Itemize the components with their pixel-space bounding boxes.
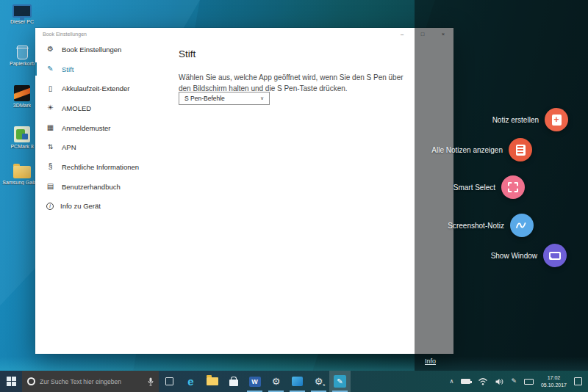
chevron-down-icon: ∨ bbox=[260, 95, 264, 101]
recycle-bin-icon bbox=[17, 46, 28, 59]
pen-icon: ✎ bbox=[46, 65, 55, 73]
smart-select-button[interactable] bbox=[501, 175, 525, 199]
air-command-item: Screenshot-Notiz bbox=[448, 214, 534, 237]
notiz-erstellen-button[interactable]: + bbox=[545, 108, 568, 131]
volume-icon[interactable] bbox=[495, 378, 503, 385]
scribble-icon bbox=[515, 220, 528, 231]
computer-icon bbox=[12, 4, 32, 18]
sidebar-item-amoled[interactable]: ☀ AMOLED bbox=[35, 98, 175, 118]
task-view-button[interactable] bbox=[159, 371, 180, 392]
info-icon: i bbox=[46, 203, 54, 210]
task-view-icon bbox=[165, 377, 173, 385]
cortana-icon bbox=[27, 377, 35, 385]
tray-pen-icon[interactable]: ✎ bbox=[511, 378, 517, 385]
info-link[interactable]: Info bbox=[425, 357, 436, 365]
edge-icon: e bbox=[187, 376, 193, 387]
taskbar-settings[interactable]: ⚙ bbox=[265, 371, 287, 392]
air-command-item: Show Window bbox=[491, 244, 567, 267]
search-input[interactable] bbox=[40, 378, 143, 385]
smart-select-icon bbox=[508, 182, 518, 192]
taskbar-file-explorer[interactable] bbox=[201, 371, 223, 392]
desktop-icon-label: Papierkorb bbox=[10, 61, 35, 66]
system-tray: ∧ ✎ 17:02 05.10.2017 bbox=[450, 371, 588, 392]
clock-date: 05.10.2017 bbox=[541, 382, 567, 388]
sidebar-item-benutzerhandbuch[interactable]: ▤ Benutzerhandbuch bbox=[35, 177, 175, 197]
clock-time: 17:02 bbox=[541, 374, 567, 381]
desktop-icon-label: 3DMark bbox=[13, 103, 32, 108]
battery-icon: ▯ bbox=[46, 85, 55, 92]
window-titlebar: Book Einstellungen – □ × bbox=[35, 28, 453, 40]
sidebar-item-info-zu-geraet[interactable]: i Info zu Gerät bbox=[35, 197, 175, 217]
settings-sidebar: ⚙ Book Einstellungen ✎ Stift ▯ Akkulaufz… bbox=[35, 40, 175, 354]
book-einstellungen-window: Book Einstellungen – □ × ⚙ Book Einstell… bbox=[35, 28, 453, 354]
arrows-updown-icon: ⇅ bbox=[46, 144, 55, 150]
minimize-button[interactable]: – bbox=[392, 28, 412, 40]
samsung-app-icon bbox=[292, 377, 303, 386]
file-explorer-icon bbox=[207, 377, 218, 385]
settings-content: Stift Wählen Sie aus, welche App geöffne… bbox=[179, 40, 453, 354]
taskbar-samsung-app[interactable] bbox=[287, 371, 308, 392]
screenshot-notiz-button[interactable] bbox=[510, 214, 534, 237]
microphone-icon[interactable] bbox=[148, 377, 154, 386]
touch-keyboard-icon[interactable] bbox=[524, 379, 534, 385]
alle-notizen-anzeigen-button[interactable] bbox=[509, 138, 532, 161]
taskbar-search[interactable] bbox=[22, 371, 159, 392]
note-list-icon bbox=[516, 145, 526, 156]
samsung-settings-gear-icon: ⚙s bbox=[315, 377, 323, 386]
start-button[interactable] bbox=[0, 371, 22, 392]
wifi-icon[interactable] bbox=[478, 377, 488, 385]
sidebar-item-anmeldemuster[interactable]: ▦ Anmeldemuster bbox=[35, 118, 175, 138]
store-icon bbox=[229, 380, 238, 386]
manual-icon: ▤ bbox=[46, 183, 55, 190]
note-plus-icon: + bbox=[552, 115, 562, 126]
taskbar-samsung-settings[interactable]: ⚙s bbox=[308, 371, 329, 392]
show-window-button[interactable] bbox=[543, 244, 567, 267]
desktop-icon-label: PCMark 8 bbox=[10, 144, 33, 149]
sidebar-item-rechtliche-informationen[interactable]: § Rechtliche Informationen bbox=[35, 157, 175, 177]
desktop-wallpaper: Dieser PC Papierkorb 3DMark PCMark 8 Sam… bbox=[0, 0, 588, 392]
taskbar-word[interactable]: W bbox=[244, 371, 265, 392]
sidebar-item-book-einstellungen[interactable]: ⚙ Book Einstellungen bbox=[35, 40, 175, 59]
display-icon: ☀ bbox=[46, 104, 55, 112]
monitor-icon bbox=[549, 252, 561, 260]
spen-icon: ✎ bbox=[334, 375, 346, 388]
word-icon: W bbox=[249, 377, 261, 387]
tray-chevron-up-icon[interactable]: ∧ bbox=[450, 379, 454, 385]
spen-app-dropdown[interactable]: S Pen-Befehle ∨ bbox=[179, 92, 270, 105]
dropdown-value: S Pen-Befehle bbox=[184, 95, 225, 102]
pen-setting-description: Wählen Sie aus, welche App geöffnet wird… bbox=[179, 72, 411, 94]
air-command-item: Notiz erstellen + bbox=[492, 108, 568, 131]
sidebar-item-akkulaufzeit-extender[interactable]: ▯ Akkulaufzeit-Extender bbox=[35, 79, 175, 98]
sidebar-item-stift[interactable]: ✎ Stift bbox=[35, 59, 175, 79]
desktop-icon-dieser-pc[interactable]: Dieser PC bbox=[1, 4, 43, 24]
3dmark-icon bbox=[14, 85, 30, 101]
folder-icon bbox=[13, 166, 31, 178]
gear-icon: ⚙ bbox=[46, 46, 55, 53]
taskbar-edge[interactable]: e bbox=[180, 371, 201, 392]
air-command-item: Smart Select bbox=[453, 175, 525, 199]
windows-logo-icon bbox=[7, 377, 16, 386]
air-command-overlay: Notiz erstellen + Alle Notizen anzeigen … bbox=[415, 0, 588, 371]
gear-icon: ⚙ bbox=[272, 377, 281, 386]
pattern-icon: ▦ bbox=[46, 124, 55, 131]
taskbar-clock[interactable]: 17:02 05.10.2017 bbox=[541, 374, 567, 388]
air-command-item: Alle Notizen anzeigen bbox=[431, 138, 532, 161]
pcmark-icon bbox=[14, 126, 30, 142]
action-center-icon[interactable] bbox=[574, 377, 582, 385]
window-title: Book Einstellungen bbox=[43, 28, 87, 40]
sidebar-item-apn[interactable]: ⇅ APN bbox=[35, 137, 175, 157]
taskbar-store[interactable] bbox=[223, 371, 244, 392]
desktop-icon-label: Dieser PC bbox=[10, 19, 34, 24]
legal-icon: § bbox=[46, 163, 55, 170]
taskbar: e W ⚙ ⚙s ✎ ∧ ✎ 17:02 05.10.2017 bbox=[0, 371, 588, 392]
battery-icon[interactable] bbox=[461, 379, 470, 384]
taskbar-spen-app[interactable]: ✎ bbox=[329, 371, 351, 392]
page-title: Stift bbox=[179, 48, 196, 59]
